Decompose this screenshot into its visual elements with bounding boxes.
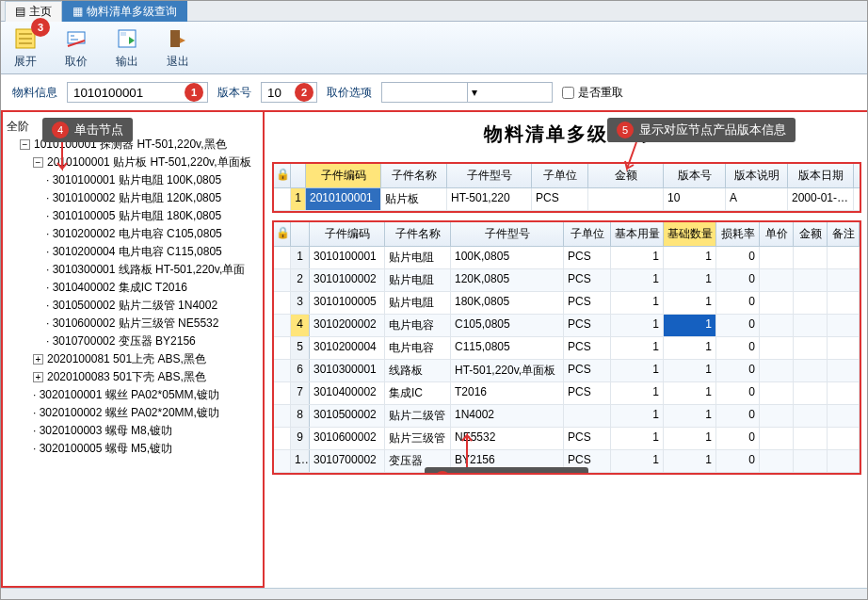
- tree-node[interactable]: +2020100083 501下壳 ABS,黑色: [33, 368, 259, 386]
- cell-unit: PCS: [564, 337, 611, 359]
- col-model[interactable]: 子件型号: [451, 222, 564, 246]
- col-remark[interactable]: 备注: [828, 222, 860, 246]
- tab-query[interactable]: ▦ 物料清单多级查询: [62, 1, 187, 22]
- cell-base[interactable]: 1: [664, 269, 716, 291]
- col-price[interactable]: 单价: [760, 222, 794, 246]
- table-row[interactable]: 33010100005贴片电阻180K,0805PCS110: [274, 292, 860, 315]
- col-unit[interactable]: 子单位: [532, 164, 588, 187]
- row-num: 2: [291, 269, 310, 291]
- table-row[interactable]: 53010200004电片电容C115,0805PCS110: [274, 337, 860, 360]
- col-name[interactable]: 子件名称: [381, 164, 447, 187]
- expand-icon[interactable]: +: [33, 354, 43, 365]
- tree-leaf[interactable]: · 3010200002 电片电容 C105,0805: [46, 225, 259, 243]
- tree-leaf[interactable]: · 3010100001 贴片电阻 100K,0805: [46, 171, 259, 189]
- cell-unit: PCS: [564, 292, 611, 314]
- exit-button[interactable]: 退出: [161, 24, 195, 72]
- price-label: 取价: [65, 54, 88, 70]
- table-row[interactable]: 73010400002集成ICT2016PCS110: [274, 382, 860, 405]
- annotation-badge-4: 4: [52, 122, 69, 138]
- expand-icon[interactable]: +: [33, 372, 43, 382]
- tree-leaf[interactable]: · 3010100005 贴片电阻 180K,0805: [46, 207, 259, 225]
- tree-leaf[interactable]: · 3010500002 贴片二级管 1N4002: [46, 297, 259, 315]
- cell-base[interactable]: 1: [664, 428, 716, 449]
- tree-leaf[interactable]: · 3010100002 贴片电阻 120K,0805: [46, 189, 259, 207]
- cell-base[interactable]: 1: [664, 450, 716, 472]
- table-row[interactable]: 43010200002电片电容C105,0805PCS110: [274, 315, 860, 337]
- tree-leaf[interactable]: · 3010200004 电片电容 C115,0805: [46, 243, 259, 261]
- row-num: 1: [291, 188, 306, 210]
- col-use[interactable]: 基本用量: [611, 222, 664, 246]
- version-grid-row[interactable]: 1 2010100001 贴片板 HT-501,220 PCS 10 A 200…: [274, 188, 860, 211]
- export-button[interactable]: 输出: [110, 24, 144, 72]
- row-num: 9: [291, 428, 310, 449]
- cell-loss: 0: [716, 428, 760, 449]
- collapse-icon[interactable]: −: [20, 139, 30, 150]
- cell-loss: 0: [716, 292, 760, 314]
- cell-use: 1: [611, 315, 664, 336]
- table-row[interactable]: 63010300001线路板HT-501,220v,单面板PCS110: [274, 360, 860, 382]
- cell-base[interactable]: 1: [664, 337, 716, 359]
- export-label: 输出: [116, 54, 138, 70]
- col-amount[interactable]: 金额: [794, 222, 828, 246]
- table-row[interactable]: 83010500002贴片二级管1N4002110: [274, 405, 860, 428]
- cell-model: T2016: [451, 382, 564, 404]
- tree-node[interactable]: +2020100081 501上壳 ABS,黑色: [33, 350, 259, 368]
- cell-name: 线路板: [385, 360, 451, 381]
- col-date[interactable]: 版本日期: [788, 164, 854, 187]
- col-unit[interactable]: 子单位: [564, 222, 611, 246]
- row-num: 8: [291, 405, 310, 427]
- col-code[interactable]: 子件编码: [310, 222, 385, 246]
- cell-base[interactable]: 1: [664, 315, 716, 336]
- tree-node[interactable]: · 3020100001 螺丝 PA02*05MM,镀叻: [33, 386, 259, 404]
- cell-base[interactable]: 1: [664, 247, 716, 268]
- price-option-label: 取价选项: [327, 85, 372, 101]
- tree-leaf[interactable]: · 3010300001 线路板 HT-501,220v,单面: [46, 261, 259, 279]
- cell-use: 1: [611, 450, 664, 472]
- expand-button[interactable]: 3 展开: [8, 24, 42, 72]
- home-icon: ▤: [15, 5, 25, 18]
- tree-node[interactable]: · 3020100003 螺母 M8,镀叻: [33, 422, 259, 440]
- price-option-dropdown[interactable]: ▾: [381, 82, 553, 103]
- tree-leaf[interactable]: · 3010700002 变压器 BY2156: [46, 332, 259, 350]
- col-ver[interactable]: 版本号: [664, 164, 726, 187]
- tree-leaf[interactable]: · 3010600002 贴片三级管 NE5532: [46, 315, 259, 332]
- cell-unit: [564, 405, 611, 427]
- cell-base[interactable]: 1: [664, 360, 716, 381]
- lock-icon: 🔒: [274, 164, 291, 187]
- toolbar: 3 展开 取价 输出 退出: [1, 22, 867, 74]
- tree-panel[interactable]: 全阶 −1010100001 探测器 HT-501,220v,黑色 −20101…: [1, 112, 265, 588]
- cell-base[interactable]: 1: [664, 292, 716, 314]
- cell-model: 100K,0805: [451, 247, 564, 268]
- price-button[interactable]: 取价: [59, 24, 93, 72]
- retake-checkbox[interactable]: 是否重取: [562, 85, 623, 101]
- tree-node[interactable]: · 3020100002 螺丝 PA02*20MM,镀叻: [33, 404, 259, 422]
- tree-leaf[interactable]: · 3010400002 集成IC T2016: [46, 279, 259, 297]
- table-row[interactable]: 93010600002贴片三级管NE5532PCS110: [274, 428, 860, 450]
- cell-code: 3010200002: [310, 315, 385, 336]
- table-row[interactable]: 13010100001贴片电阻100K,0805PCS110: [274, 247, 860, 269]
- cell-base[interactable]: 1: [664, 405, 716, 427]
- col-loss[interactable]: 损耗率: [716, 222, 760, 246]
- cell-base[interactable]: 1: [664, 382, 716, 404]
- col-model[interactable]: 子件型号: [447, 164, 532, 187]
- col-desc[interactable]: 版本说明: [726, 164, 788, 187]
- col-code[interactable]: 子件编码: [306, 164, 381, 187]
- col-name[interactable]: 子件名称: [385, 222, 451, 246]
- tab-home[interactable]: ▤ 主页: [5, 1, 62, 22]
- cell-model: C105,0805: [451, 315, 564, 336]
- cell-loss: 0: [716, 405, 760, 427]
- col-base[interactable]: 基础数量: [664, 222, 716, 246]
- retake-checkbox-input[interactable]: [562, 87, 574, 99]
- table-row[interactable]: 23010100002贴片电阻120K,0805PCS110: [274, 269, 860, 292]
- cell-use: 1: [611, 360, 664, 381]
- cell-name: 贴片电阻: [385, 269, 451, 291]
- tree-node[interactable]: · 3020100005 螺母 M5,镀叻: [33, 440, 259, 458]
- cell-desc: A: [726, 188, 788, 210]
- cell-name: 电片电容: [385, 315, 451, 336]
- cell-unit: PCS: [564, 428, 611, 449]
- horizontal-scrollbar[interactable]: [1, 588, 867, 600]
- row-num: 4: [291, 315, 310, 336]
- svg-rect-3: [121, 32, 126, 36]
- cell-code[interactable]: 2010100001: [306, 188, 381, 210]
- collapse-icon[interactable]: −: [33, 157, 43, 168]
